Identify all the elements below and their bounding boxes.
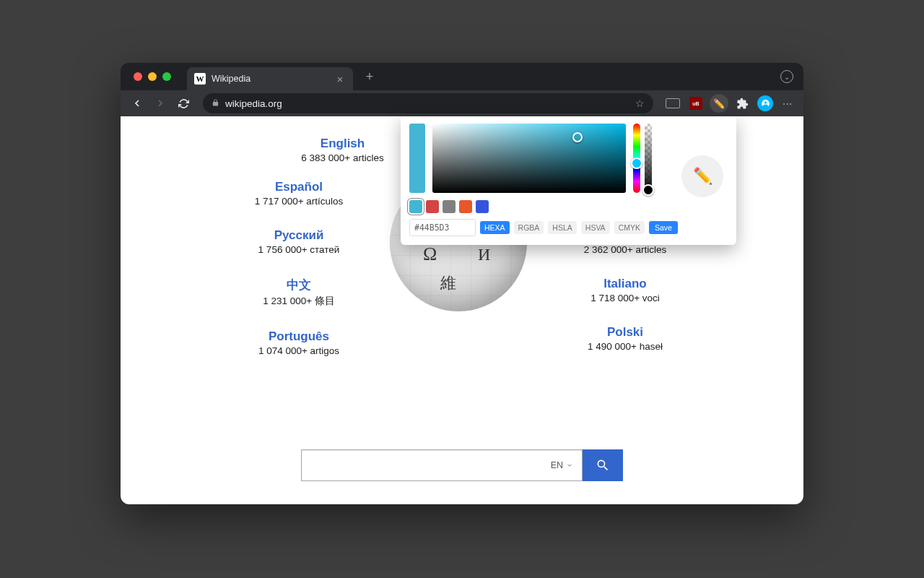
search-button[interactable] [583, 449, 623, 481]
save-color-button[interactable]: Save [649, 221, 678, 234]
color-picker-popup: HEXA RGBA HSLA HSVA CMYK Save ✏️ [401, 116, 736, 245]
swatch-5[interactable] [476, 200, 489, 213]
format-hsla-button[interactable]: HSLA [548, 221, 576, 234]
lang-link-portuguese[interactable]: Português 1 074 000+ artigos [258, 329, 339, 356]
lang-link-espanol[interactable]: Español 1 717 000+ artículos [255, 180, 344, 207]
url-text: wikipedia.org [225, 98, 629, 109]
lang-link-italiano[interactable]: Italiano 1 718 000+ voci [590, 277, 660, 303]
format-rgba-button[interactable]: RGBA [514, 221, 544, 234]
saturation-value-canvas[interactable] [432, 124, 626, 193]
format-hsva-button[interactable]: HSVA [581, 221, 610, 234]
format-hexa-button[interactable]: HEXA [480, 221, 510, 234]
lang-link-chinese[interactable]: 中文 1 231 000+ 條目 [263, 277, 335, 308]
forward-button[interactable] [151, 94, 170, 113]
address-bar[interactable]: wikipedia.org ☆ [203, 93, 653, 113]
hue-slider[interactable] [633, 124, 640, 193]
extension-cast-icon[interactable] [663, 94, 682, 113]
current-color-preview [409, 124, 425, 193]
swatch-4[interactable] [459, 200, 472, 213]
swatch-2[interactable] [426, 200, 439, 213]
search-bar: EN [301, 449, 623, 481]
close-window-button[interactable] [134, 72, 142, 81]
search-input[interactable] [310, 460, 551, 471]
toolbar: wikipedia.org ☆ uB ✏️ ⋮ [121, 90, 803, 116]
titlebar: W Wikipedia × + ⌄ [121, 63, 803, 90]
eyedropper-button[interactable]: ✏️ [681, 155, 723, 197]
search-icon [596, 458, 610, 473]
new-tab-button[interactable]: + [360, 67, 379, 86]
swatch-1[interactable] [409, 200, 422, 213]
lang-link-english[interactable]: English 6 383 000+ articles [301, 137, 383, 163]
hex-input[interactable] [409, 219, 476, 236]
browser-tab[interactable]: W Wikipedia × [187, 67, 353, 90]
minimize-window-button[interactable] [148, 72, 157, 81]
swatch-3[interactable] [443, 200, 456, 213]
format-cmyk-button[interactable]: CMYK [614, 221, 645, 234]
close-tab-button[interactable]: × [334, 73, 346, 85]
browser-menu-button[interactable]: ⋮ [779, 99, 796, 108]
search-language-selector[interactable]: EN [551, 460, 573, 470]
lang-link-russian[interactable]: Русский 1 756 000+ статей [258, 228, 340, 255]
languages-left-column: Español 1 717 000+ artículos Русский 1 7… [212, 180, 385, 356]
bookmark-star-icon[interactable]: ☆ [635, 98, 645, 109]
back-button[interactable] [128, 94, 147, 113]
swatch-row [409, 200, 678, 213]
collapse-tabs-button[interactable]: ⌄ [780, 70, 793, 83]
tab-title: Wikipedia [212, 74, 328, 84]
maximize-window-button[interactable] [162, 72, 171, 81]
hue-handle[interactable] [631, 158, 642, 169]
profile-avatar[interactable] [756, 94, 775, 113]
extensions-menu-icon[interactable] [733, 94, 751, 113]
opacity-slider[interactable] [645, 124, 652, 193]
opacity-handle[interactable] [642, 184, 654, 196]
eyedropper-icon: ✏️ [693, 167, 712, 186]
search-input-wrapper: EN [301, 449, 583, 481]
favicon-icon: W [194, 73, 206, 85]
window-controls [134, 72, 171, 81]
extension-ublock-icon[interactable]: uB [687, 94, 705, 113]
lang-link-polski[interactable]: Polski 1 490 000+ haseł [588, 325, 663, 352]
reload-button[interactable] [174, 94, 193, 113]
sv-selector-handle[interactable] [572, 132, 583, 142]
lock-icon [212, 98, 219, 108]
extension-colorpicker-icon[interactable]: ✏️ [710, 94, 728, 113]
